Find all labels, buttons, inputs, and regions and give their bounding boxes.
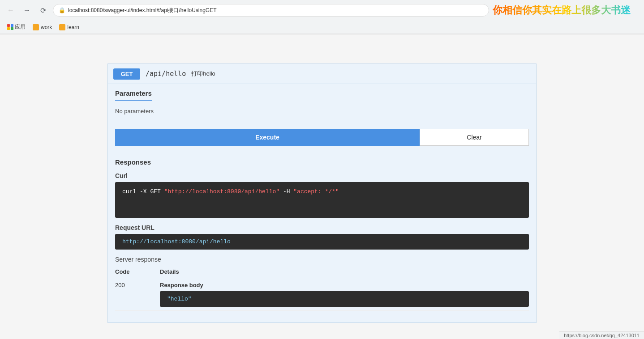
request-url-label: Request URL (115, 224, 529, 231)
bookmark-learn[interactable]: learn (56, 23, 82, 31)
bookmark-apps[interactable]: 应用 (4, 22, 28, 32)
work-folder-icon (33, 24, 39, 30)
response-details-200: Response body "hello" (160, 282, 529, 307)
parameters-section: Parameters No parameters (108, 84, 536, 122)
responses-section: Responses Curl curl -X GET "http://local… (108, 153, 536, 322)
apps-label: 应用 (15, 23, 26, 31)
response-row-200: 200 Response body "hello" (115, 278, 529, 311)
curl-label: Curl (115, 172, 529, 179)
method-badge: GET (113, 68, 140, 80)
address-bar[interactable]: 🔒 localhost:8080/swagger-ui/index.html#/… (53, 4, 489, 17)
parameters-title: Parameters (115, 89, 152, 101)
no-parameters-text: No parameters (115, 104, 529, 118)
browser-nav: ← → ⟳ 🔒 localhost:8080/swagger-ui/index.… (0, 0, 644, 21)
request-url-subsection: Request URL http://localhost:8080/api/he… (115, 224, 529, 250)
endpoint-description: 打印hello (191, 70, 215, 78)
address-text: localhost:8080/swagger-ui/index.html#/ap… (68, 7, 217, 14)
col-code-header: Code (115, 268, 160, 275)
endpoint-header: GET /api/hello 打印hello (108, 64, 536, 84)
response-table-header: Code Details (115, 266, 529, 278)
bookmarks-bar: 应用 work learn (0, 21, 644, 34)
response-code-200: 200 (115, 282, 160, 288)
curl-subsection: Curl curl -X GET "http://localhost:8080/… (115, 172, 529, 218)
server-response-subsection: Server response Code Details 200 Respons… (115, 256, 529, 311)
clear-button[interactable]: Clear (420, 129, 529, 146)
curl-code-block: curl -X GET "http://localhost:8080/api/h… (115, 182, 529, 218)
lock-icon: 🔒 (59, 7, 65, 13)
status-url: https://blog.csdn.net/qq_42413011 (564, 333, 640, 338)
response-body-label: Response body (160, 282, 529, 288)
status-bar: https://blog.csdn.net/qq_42413011 (559, 331, 644, 339)
execute-button[interactable]: Execute (115, 129, 420, 146)
curl-command: curl -X GET (122, 188, 164, 195)
browser-chrome: ← → ⟳ 🔒 localhost:8080/swagger-ui/index.… (0, 0, 644, 34)
learn-label: learn (67, 24, 79, 30)
reload-button[interactable]: ⟳ (37, 4, 49, 17)
bookmark-work[interactable]: work (30, 23, 55, 31)
browser-title-banner: 你相信你其实在路上很多大书迷 (493, 4, 640, 17)
col-details-header: Details (160, 268, 529, 275)
server-response-label: Server response (115, 256, 529, 263)
curl-header: "accept: */*" (293, 188, 339, 195)
response-body-code: "hello" (160, 291, 529, 307)
responses-title: Responses (115, 158, 529, 166)
actions-row: Execute Clear (115, 129, 529, 146)
back-button[interactable]: ← (4, 4, 17, 17)
endpoint-block: GET /api/hello 打印hello Parameters No par… (107, 64, 537, 323)
curl-flags: -H (279, 188, 293, 195)
forward-button[interactable]: → (21, 4, 33, 17)
work-label: work (41, 24, 52, 30)
endpoint-path: /api/hello (146, 70, 186, 78)
page-content: GET /api/hello 打印hello Parameters No par… (0, 34, 644, 339)
learn-folder-icon (59, 24, 65, 30)
curl-url: "http://localhost:8080/api/hello" (164, 188, 279, 195)
request-url-block: http://localhost:8080/api/hello (115, 234, 529, 250)
